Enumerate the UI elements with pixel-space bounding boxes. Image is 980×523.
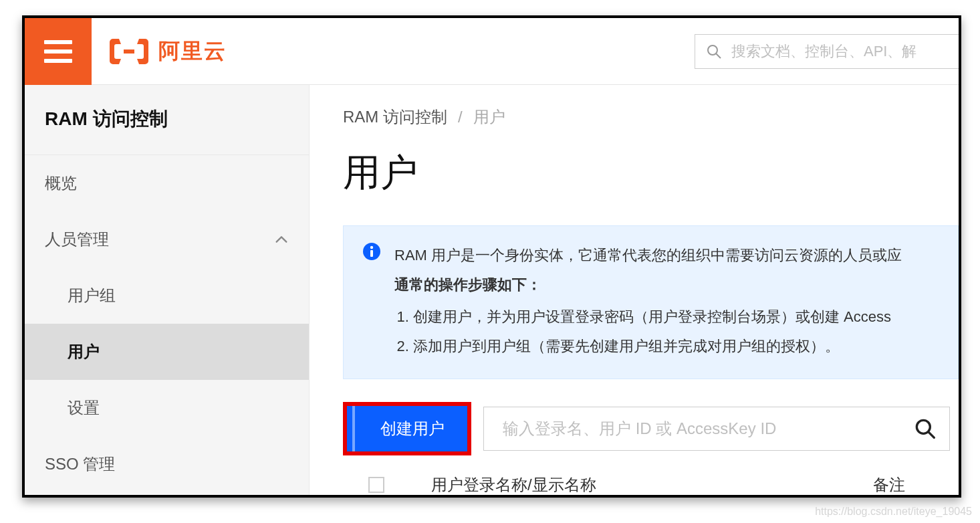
info-steps: 创建用户，并为用户设置登录密码（用户登录控制台场景）或创建 Access 添加用… [394, 302, 902, 361]
info-step: 创建用户，并为用户设置登录密码（用户登录控制台场景）或创建 Access [413, 302, 902, 332]
action-row: 创建用户 [343, 402, 959, 455]
info-description: RAM 用户是一个身份实体，它通常代表您的组织中需要访问云资源的人员或应 [394, 241, 902, 270]
sidebar-item-label: 用户组 [68, 285, 116, 306]
main: RAM 访问控制 / 用户 用户 RAM 用户是一个身份实体，它通常代表您的组织… [310, 85, 959, 495]
svg-line-2 [716, 54, 721, 58]
info-box: RAM 用户是一个身份实体，它通常代表您的组织中需要访问云资源的人员或应 通常的… [343, 225, 959, 379]
svg-line-7 [929, 432, 934, 437]
sidebar-item-sso[interactable]: SSO 管理 [25, 436, 309, 492]
breadcrumb-root[interactable]: RAM 访问控制 [343, 106, 447, 128]
global-search[interactable] [695, 34, 959, 69]
brand[interactable]: 阿里云 [109, 37, 227, 66]
column-username: 用户登录名称/显示名称 [431, 474, 826, 495]
create-user-button[interactable]: 创建用户 [347, 406, 467, 451]
sidebar-item-users[interactable]: 用户 [25, 324, 309, 380]
sidebar-item-settings[interactable]: 设置 [25, 380, 309, 436]
svg-point-1 [708, 45, 717, 55]
search-icon [706, 43, 722, 60]
topbar: 阿里云 [25, 18, 959, 85]
info-icon [362, 242, 381, 261]
content: RAM 访问控制 概览 人员管理 用户组 用户 设置 SSO 管理 [25, 85, 959, 495]
sidebar-item-label: 设置 [68, 397, 100, 419]
brand-text: 阿里云 [158, 37, 227, 66]
sidebar-item-people-management[interactable]: 人员管理 [25, 211, 309, 268]
user-search-input[interactable] [503, 419, 914, 438]
global-search-input[interactable] [731, 43, 959, 60]
aliyun-logo-icon [109, 37, 149, 66]
app-window: 阿里云 RAM 访问控制 概览 人员管理 用户组 [22, 15, 961, 498]
breadcrumb: RAM 访问控制 / 用户 [343, 106, 959, 128]
search-icon[interactable] [914, 418, 936, 439]
create-user-highlight: 创建用户 [343, 402, 471, 455]
sidebar-item-label: 用户 [68, 341, 100, 362]
page-title: 用户 [343, 148, 959, 199]
column-remark: 备注 [873, 474, 905, 495]
menu-toggle-button[interactable] [25, 18, 92, 85]
sidebar-item-label: 人员管理 [45, 229, 109, 250]
sidebar-item-label: 概览 [45, 173, 77, 194]
sidebar-title: RAM 访问控制 [25, 85, 309, 155]
watermark: https://blog.csdn.net/iteye_19045 [815, 506, 972, 518]
chevron-up-icon [274, 232, 289, 247]
svg-rect-0 [124, 49, 134, 54]
sidebar: RAM 访问控制 概览 人员管理 用户组 用户 设置 SSO 管理 [25, 85, 310, 495]
hamburger-icon [44, 40, 72, 63]
breadcrumb-separator: / [458, 108, 463, 126]
sidebar-item-overview[interactable]: 概览 [25, 155, 309, 211]
info-content: RAM 用户是一个身份实体，它通常代表您的组织中需要访问云资源的人员或应 通常的… [394, 241, 902, 361]
sidebar-item-label: SSO 管理 [45, 453, 115, 475]
info-sub-heading: 通常的操作步骤如下： [394, 270, 902, 300]
svg-point-4 [370, 246, 373, 249]
sidebar-item-user-groups[interactable]: 用户组 [25, 268, 309, 324]
user-search[interactable] [483, 407, 950, 451]
svg-rect-5 [370, 250, 373, 257]
info-step: 添加用户到用户组（需要先创建用户组并完成对用户组的授权）。 [413, 332, 902, 361]
select-all-checkbox[interactable] [368, 477, 384, 493]
breadcrumb-current: 用户 [473, 106, 505, 128]
user-table-header: 用户登录名称/显示名称 备注 [343, 474, 959, 495]
